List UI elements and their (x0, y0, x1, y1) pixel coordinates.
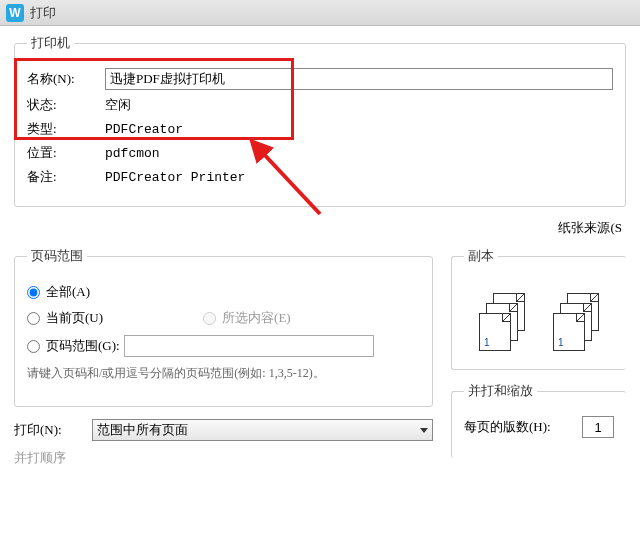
page-num: 1 (558, 337, 564, 348)
print-what-select[interactable]: 范围中所有页面 (92, 419, 433, 441)
printer-name-select[interactable] (105, 68, 613, 90)
type-value: PDFCreator (105, 122, 183, 137)
radio-selection-label: 所选内容(E) (222, 309, 291, 327)
radio-range-label: 页码范围(G): (46, 337, 120, 355)
where-value: pdfcmon (105, 146, 160, 161)
printer-legend: 打印机 (27, 34, 74, 52)
radio-current[interactable] (27, 312, 40, 325)
print-order-label: 并打顺序 (14, 449, 433, 467)
where-label: 位置: (27, 144, 105, 162)
radio-range[interactable] (27, 340, 40, 353)
title-bar: W 打印 (0, 0, 640, 26)
page-range-hint: 请键入页码和/或用逗号分隔的页码范围(例如: 1,3,5-12)。 (27, 365, 420, 382)
page-range-group: 页码范围 全部(A) 当前页(U) 所选内容(E) 页码范围(G): (14, 247, 433, 407)
copies-legend: 副本 (464, 247, 498, 265)
paper-source-label: 纸张来源(S (14, 219, 622, 237)
scale-group: 并打和缩放 每页的版数(H): (451, 382, 626, 458)
collate-preview: 3 2 1 3 2 1 (464, 275, 614, 355)
type-label: 类型: (27, 120, 105, 138)
radio-all-label: 全部(A) (46, 283, 90, 301)
copies-group: 副本 3 2 1 3 2 1 (451, 247, 626, 370)
scale-legend: 并打和缩放 (464, 382, 537, 400)
comment-label: 备注: (27, 168, 105, 186)
page-stack-1: 3 2 1 (479, 293, 525, 349)
printer-group: 打印机 名称(N): 状态: 空闲 类型: PDFCreator 位置: pdf… (14, 34, 626, 207)
status-value: 空闲 (105, 96, 131, 114)
page-range-input[interactable] (124, 335, 374, 357)
radio-selection (203, 312, 216, 325)
page-stack-2: 3 2 1 (553, 293, 599, 349)
pages-per-sheet-label: 每页的版数(H): (464, 418, 582, 436)
pages-per-sheet-input[interactable] (582, 416, 614, 438)
printer-name-label: 名称(N): (27, 70, 105, 88)
page-num: 1 (484, 337, 490, 348)
window-title: 打印 (30, 4, 56, 22)
print-what-label: 打印(N): (14, 421, 92, 439)
app-icon: W (6, 4, 24, 22)
comment-value: PDFCreator Printer (105, 170, 245, 185)
radio-current-label: 当前页(U) (46, 309, 103, 327)
page-range-legend: 页码范围 (27, 247, 87, 265)
radio-all[interactable] (27, 286, 40, 299)
status-label: 状态: (27, 96, 105, 114)
print-what-value: 范围中所有页面 (97, 422, 188, 437)
